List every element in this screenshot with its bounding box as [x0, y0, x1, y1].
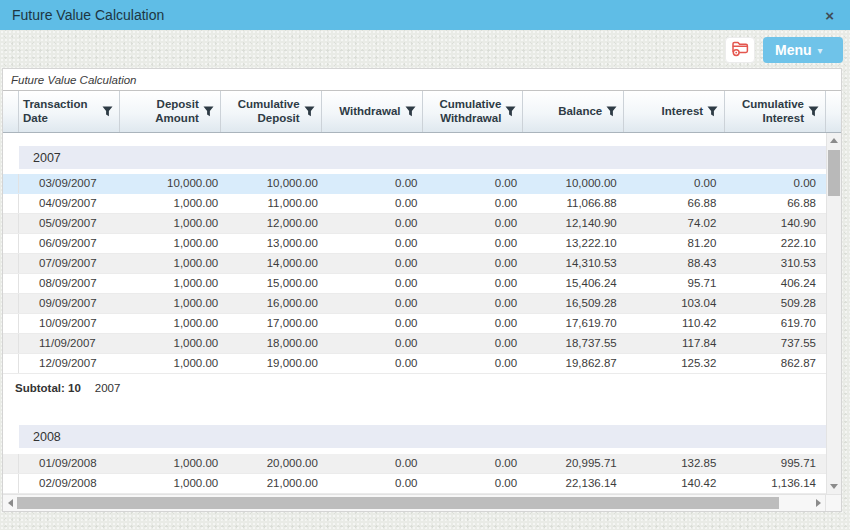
column-header-withdrawal[interactable]: Withdrawal	[322, 91, 423, 132]
filter-icon[interactable]	[606, 106, 617, 117]
scrollbar-corner	[825, 495, 841, 511]
menu-button[interactable]: Menu ▾	[763, 37, 843, 63]
cell: 862.87	[726, 354, 826, 373]
column-header-cumulative-withdrawal[interactable]: Cumulative Withdrawal	[423, 91, 524, 132]
table-row[interactable]: 12/09/20071,000.0019,000.000.000.0019,86…	[3, 354, 826, 374]
horizontal-scrollbar-track[interactable]	[17, 495, 811, 511]
cell: 995.71	[726, 454, 826, 473]
cell: 66.88	[726, 194, 826, 213]
table-row[interactable]: 03/09/200710,000.0010,000.000.000.0010,0…	[3, 174, 826, 194]
cell: 03/09/2007	[19, 174, 129, 193]
scroll-right-icon[interactable]	[811, 495, 825, 511]
subtotal-label: Subtotal: 10	[15, 382, 81, 394]
row-indicator-cell	[3, 234, 19, 253]
column-header-cumulative-deposit[interactable]: Cumulative Deposit	[221, 91, 322, 132]
column-header-label: Deposit Amount	[127, 98, 199, 126]
group-header-2008: 2008	[19, 425, 826, 448]
cell: 11,000.00	[228, 194, 328, 213]
filter-icon[interactable]	[102, 106, 113, 117]
cell: 74.02	[627, 214, 727, 233]
filter-icon[interactable]	[707, 106, 718, 117]
cell: 20,995.71	[527, 454, 627, 473]
row-indicator-cell	[3, 214, 19, 233]
cell: 0.00	[328, 174, 428, 193]
cell: 110.42	[627, 314, 727, 333]
row-indicator-cell	[3, 354, 19, 373]
export-button[interactable]	[725, 37, 755, 63]
table-row[interactable]: 10/09/20071,000.0017,000.000.000.0017,61…	[3, 314, 826, 334]
cell: 07/09/2007	[19, 254, 129, 273]
chevron-down-icon: ▾	[818, 45, 823, 56]
cell: 17,619.70	[527, 314, 627, 333]
cell: 0.00	[328, 354, 428, 373]
cell: 14,000.00	[228, 254, 328, 273]
group-header-2007: 2007	[19, 146, 826, 169]
cell: 0.00	[428, 454, 528, 473]
column-header-deposit-amount[interactable]: Deposit Amount	[120, 91, 221, 132]
cell: 406.24	[726, 274, 826, 293]
table-row[interactable]: 05/09/20071,000.0012,000.000.000.0012,14…	[3, 214, 826, 234]
table-row[interactable]: 09/09/20071,000.0016,000.000.000.0016,50…	[3, 294, 826, 314]
cell: 222.10	[726, 234, 826, 253]
grid-panel: Future Value Calculation Transaction Dat…	[2, 68, 842, 512]
grid-caption: Future Value Calculation	[3, 69, 841, 90]
cell: 12,140.90	[527, 214, 627, 233]
dialog-titlebar: Future Value Calculation ×	[0, 0, 850, 30]
column-header-label: Interest	[662, 105, 704, 119]
cell: 0.00	[328, 274, 428, 293]
cell: 22,136.14	[527, 474, 627, 493]
cell: 0.00	[328, 454, 428, 473]
column-header-label: Balance	[558, 105, 602, 119]
filter-icon[interactable]	[808, 106, 819, 117]
scroll-down-icon[interactable]	[827, 484, 841, 489]
cell: 16,000.00	[228, 294, 328, 313]
horizontal-scrollbar-thumb[interactable]	[17, 497, 779, 509]
cell: 1,000.00	[129, 334, 229, 353]
cell: 1,000.00	[129, 454, 229, 473]
table-row[interactable]: 01/09/20081,000.0020,000.000.000.0020,99…	[3, 454, 826, 474]
cell: 619.70	[726, 314, 826, 333]
grid-caption-text: Future Value Calculation	[11, 74, 137, 86]
column-header-balance[interactable]: Balance	[523, 91, 624, 132]
horizontal-scrollbar[interactable]	[3, 494, 841, 511]
cell: 95.71	[627, 274, 727, 293]
column-header-cumulative-interest[interactable]: Cumulative Interest	[725, 91, 826, 132]
cell: 737.55	[726, 334, 826, 353]
cell: 10,000.00	[527, 174, 627, 193]
scroll-left-icon[interactable]	[3, 495, 17, 511]
cell: 0.00	[428, 294, 528, 313]
scroll-up-icon[interactable]	[827, 138, 841, 143]
vertical-scrollbar-thumb[interactable]	[828, 150, 840, 196]
vertical-scrollbar[interactable]	[826, 133, 841, 494]
future-value-dialog: Future Value Calculation × Menu ▾	[0, 0, 850, 530]
table-row[interactable]: 08/09/20071,000.0015,000.000.000.0015,40…	[3, 274, 826, 294]
cell: 10,000.00	[228, 174, 328, 193]
cell: 15,000.00	[228, 274, 328, 293]
cell: 0.00	[627, 174, 727, 193]
column-header-interest[interactable]: Interest	[624, 91, 725, 132]
filter-icon[interactable]	[405, 106, 416, 117]
column-header-label: Withdrawal	[339, 105, 400, 119]
cell: 0.00	[428, 194, 528, 213]
folder-export-icon	[729, 37, 751, 63]
filter-icon[interactable]	[304, 106, 315, 117]
close-icon[interactable]: ×	[821, 6, 838, 25]
table-row[interactable]: 07/09/20071,000.0014,000.000.000.0014,31…	[3, 254, 826, 274]
group-header-label: 2008	[33, 430, 61, 444]
cell: 140.42	[627, 474, 727, 493]
column-header-transaction-date[interactable]: Transaction Date	[19, 91, 120, 132]
cell: 1,000.00	[129, 274, 229, 293]
cell: 06/09/2007	[19, 234, 129, 253]
cell: 0.00	[328, 254, 428, 273]
filter-icon[interactable]	[505, 106, 516, 117]
table-row[interactable]: 11/09/20071,000.0018,000.000.000.0018,73…	[3, 334, 826, 354]
table-row[interactable]: 02/09/20081,000.0021,000.000.000.0022,13…	[3, 474, 826, 494]
cell: 18,737.55	[527, 334, 627, 353]
cell: 0.00	[428, 274, 528, 293]
row-indicator-cell	[3, 454, 19, 473]
table-row[interactable]: 04/09/20071,000.0011,000.000.000.0011,06…	[3, 194, 826, 214]
cell: 16,509.28	[527, 294, 627, 313]
cell: 0.00	[328, 474, 428, 493]
filter-icon[interactable]	[203, 106, 214, 117]
table-row[interactable]: 06/09/20071,000.0013,000.000.000.0013,22…	[3, 234, 826, 254]
